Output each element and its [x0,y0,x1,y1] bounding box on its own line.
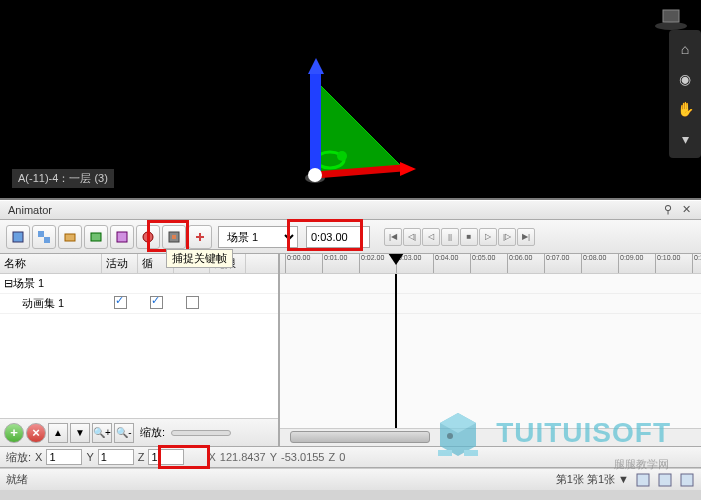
svg-point-17 [143,232,153,242]
checkbox-loop[interactable] [150,296,163,309]
ruler-tick: 0:01.00 [322,254,347,273]
viewcube[interactable] [651,4,691,32]
ruler-tick: 0:04.00 [433,254,458,273]
tool-btn-4[interactable] [84,225,108,249]
scale-label: 缩放: [6,450,31,465]
pos-z-value: 0 [339,451,345,463]
playhead-line[interactable] [395,274,397,428]
svg-point-5 [337,151,347,161]
ruler-tick: 0:08.00 [581,254,606,273]
col-active: 活动 [102,254,138,273]
viewport-toolbar: ⌂ ◉ ✋ ▾ [669,30,701,158]
timeline-row[interactable] [280,274,701,294]
play-rev-button[interactable]: ◁ [422,228,440,246]
svg-rect-1 [663,10,679,22]
svg-rect-13 [44,237,50,243]
view-label: A(-11)-4：一层 (3) [12,169,114,188]
timeline-panel: 0:00.00 0:01.00 0:02.00 0:03.00 0:04.00 … [280,254,701,446]
stop-button[interactable]: ■ [460,228,478,246]
ruler-tick: 0:11.00 [692,254,701,273]
scrollbar-thumb[interactable] [290,431,430,443]
zoom-icon[interactable]: ▾ [669,124,701,154]
time-ruler[interactable]: 0:00.00 0:01.00 0:02.00 0:03.00 0:04.00 … [280,254,701,274]
svg-rect-14 [65,234,75,241]
checkbox-pp[interactable] [186,296,199,309]
panel-title-text: Animator [8,204,52,216]
time-input[interactable] [306,226,370,248]
status-text: 就绪 [6,472,28,487]
tool-btn-1[interactable] [6,225,30,249]
pos-y-value: -53.0155 [281,451,324,463]
playhead-marker[interactable] [388,254,404,267]
ruler-tick: 0:10.00 [655,254,680,273]
tree-row[interactable]: ⊟场景 1 [0,274,278,294]
capture-keyframe-button[interactable] [162,225,186,249]
home-icon[interactable]: ⌂ [669,34,701,64]
status-icon-3[interactable] [679,472,695,488]
pause-button[interactable]: || [441,228,459,246]
tree-row[interactable]: 动画集 1 [0,294,278,314]
move-up-button[interactable]: ▲ [48,423,68,443]
svg-point-0 [655,22,687,30]
status-icon-1[interactable] [635,472,651,488]
coordinate-bar: 缩放: X Y Z X 121.8437 Y -53.0155 Z 0 [0,446,701,468]
add-button[interactable]: + [4,423,24,443]
svg-rect-11 [13,232,23,242]
scale-z-input[interactable] [148,449,184,465]
pos-x-value: 121.8437 [220,451,266,463]
status-sheet-info[interactable]: 第1张 第1张 ▼ [556,472,629,487]
pos-z-label: Z [329,451,336,463]
svg-point-10 [308,168,322,182]
animator-panel-title: Animator ⚲ ✕ [0,200,701,220]
timeline-body[interactable] [280,274,701,428]
close-icon[interactable]: ✕ [679,203,693,217]
pan-icon[interactable]: ✋ [669,94,701,124]
gizmo-transform[interactable] [260,50,420,190]
zoom-label: 缩放: [140,425,165,440]
tool-btn-3[interactable] [58,225,82,249]
play-button[interactable]: ▷ [479,228,497,246]
orbit-icon[interactable]: ◉ [669,64,701,94]
tree-row-label: 动画集 1 [0,296,102,311]
tool-btn-6[interactable] [136,225,160,249]
zoom-out-button[interactable]: 🔍- [114,423,134,443]
svg-marker-9 [400,162,416,176]
y-label: Y [86,451,93,463]
svg-marker-7 [308,58,324,74]
pos-y-label: Y [270,451,277,463]
timeline-scrollbar[interactable] [280,428,701,446]
tree-header: 名称 活动 循 P.P. 无限 [0,254,278,274]
tool-btn-5[interactable] [110,225,134,249]
scene-tree-panel: 名称 活动 循 P.P. 无限 ⊟场景 1 动画集 1 + × ▲ ▼ � [0,254,280,446]
timeline-row[interactable] [280,294,701,314]
tool-btn-2[interactable] [32,225,56,249]
col-name: 名称 [0,254,102,273]
status-icon-2[interactable] [657,472,673,488]
svg-rect-15 [91,233,101,241]
animator-toolbar: 场景 1 |◀ ◁| ◁ || ■ ▷ |▷ ▶| 捕捉关键帧 [0,220,701,254]
z-label: Z [138,451,145,463]
next-key-button[interactable]: |▷ [498,228,516,246]
goto-end-button[interactable]: ▶| [517,228,535,246]
scale-x-input[interactable] [46,449,82,465]
svg-rect-16 [117,232,127,242]
status-bar: 就绪 第1张 第1张 ▼ [0,468,701,490]
svg-rect-12 [38,231,44,237]
checkbox-active[interactable] [114,296,127,309]
prev-key-button[interactable]: ◁| [403,228,421,246]
move-down-button[interactable]: ▼ [70,423,90,443]
ruler-tick: 0:07.00 [544,254,569,273]
pin-icon[interactable]: ⚲ [661,203,675,217]
delete-button[interactable]: × [26,423,46,443]
zoom-in-button[interactable]: 🔍+ [92,423,112,443]
zoom-slider[interactable] [171,430,231,436]
svg-rect-23 [681,474,693,486]
tree-body[interactable]: ⊟场景 1 动画集 1 [0,274,278,418]
goto-start-button[interactable]: |◀ [384,228,402,246]
scale-y-input[interactable] [98,449,134,465]
tool-btn-8[interactable] [188,225,212,249]
svg-marker-20 [388,254,404,265]
svg-rect-6 [310,72,321,175]
scene-dropdown[interactable]: 场景 1 [218,226,298,248]
viewport-3d[interactable]: ⌂ ◉ ✋ ▾ A(-11)-4：一层 (3) [0,0,701,200]
